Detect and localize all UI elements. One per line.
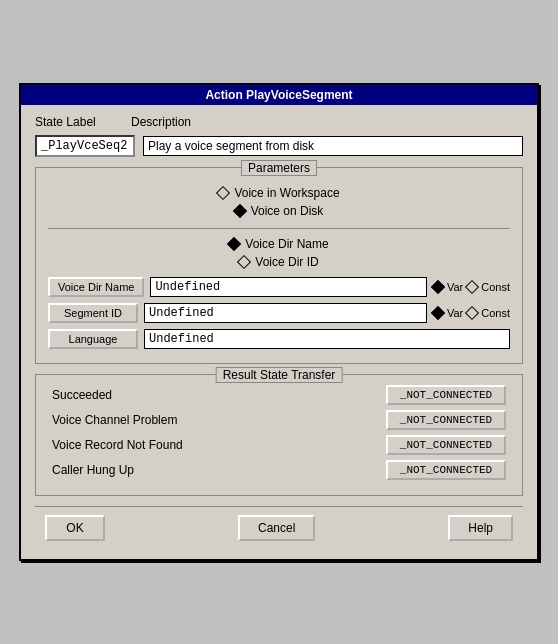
var-label-1: Var bbox=[447, 281, 463, 293]
diamond-empty-icon2 bbox=[237, 255, 251, 269]
segment-id-input[interactable] bbox=[144, 303, 427, 323]
result-row-voice-channel: Voice Channel Problem _NOT_CONNECTED bbox=[52, 410, 506, 430]
voice-dir-radio-group: Voice Dir Name Voice Dir ID bbox=[48, 237, 510, 269]
diamond-var-icon2 bbox=[431, 306, 445, 320]
diamond-filled-icon2 bbox=[227, 237, 241, 251]
diamond-empty-icon bbox=[216, 186, 230, 200]
language-row: Language bbox=[48, 329, 510, 349]
radio-voice-dir-id[interactable]: Voice Dir ID bbox=[239, 255, 318, 269]
const-label-1: Const bbox=[481, 281, 510, 293]
const-label-2: Const bbox=[481, 307, 510, 319]
description-input[interactable] bbox=[143, 136, 523, 156]
voice-record-label: Voice Record Not Found bbox=[52, 438, 212, 452]
header-row: State Label Description bbox=[35, 115, 523, 129]
parameters-legend: Parameters bbox=[241, 160, 317, 176]
result-legend: Result State Transfer bbox=[216, 367, 343, 383]
caller-hung-label: Caller Hung Up bbox=[52, 463, 212, 477]
var-const-2: Var Const bbox=[433, 307, 510, 319]
caller-hung-button[interactable]: _NOT_CONNECTED bbox=[386, 460, 506, 480]
voice-dir-id-radio-label: Voice Dir ID bbox=[255, 255, 318, 269]
var-const-1: Var Const bbox=[433, 281, 510, 293]
segment-id-row: Segment ID Var Const bbox=[48, 303, 510, 323]
voice-dir-name-input[interactable] bbox=[150, 277, 427, 297]
succeeded-label: Succeeded bbox=[52, 388, 212, 402]
diamond-const-icon2 bbox=[465, 306, 479, 320]
voice-on-disk-label: Voice on Disk bbox=[251, 204, 324, 218]
voice-record-button[interactable]: _NOT_CONNECTED bbox=[386, 435, 506, 455]
help-button[interactable]: Help bbox=[448, 515, 513, 541]
segment-id-button[interactable]: Segment ID bbox=[48, 303, 138, 323]
window-title: Action PlayVoiceSegment bbox=[205, 88, 352, 102]
result-box: Result State Transfer Succeeded _NOT_CON… bbox=[35, 374, 523, 496]
form-fields: Voice Dir Name Var Const Segment ID bbox=[48, 277, 510, 349]
state-label-label: State Label bbox=[35, 115, 115, 129]
cancel-button[interactable]: Cancel bbox=[238, 515, 315, 541]
diamond-filled-icon bbox=[233, 204, 247, 218]
result-row-voice-record: Voice Record Not Found _NOT_CONNECTED bbox=[52, 435, 506, 455]
radio-voice-on-disk[interactable]: Voice on Disk bbox=[235, 204, 324, 218]
header-inputs bbox=[35, 135, 523, 157]
voice-dir-name-row: Voice Dir Name Var Const bbox=[48, 277, 510, 297]
title-bar: Action PlayVoiceSegment bbox=[21, 85, 537, 105]
state-label-input[interactable] bbox=[35, 135, 135, 157]
main-window: Action PlayVoiceSegment State Label Desc… bbox=[19, 83, 539, 561]
voice-dir-name-radio-label: Voice Dir Name bbox=[245, 237, 328, 251]
voice-source-radio-group: Voice in Workspace Voice on Disk bbox=[48, 186, 510, 218]
succeeded-button[interactable]: _NOT_CONNECTED bbox=[386, 385, 506, 405]
diamond-const-icon bbox=[465, 280, 479, 294]
voice-channel-button[interactable]: _NOT_CONNECTED bbox=[386, 410, 506, 430]
voice-in-workspace-label: Voice in Workspace bbox=[234, 186, 339, 200]
parameters-box: Parameters Voice in Workspace Voice on D… bbox=[35, 167, 523, 364]
description-label: Description bbox=[131, 115, 211, 129]
voice-dir-name-button[interactable]: Voice Dir Name bbox=[48, 277, 144, 297]
result-row-succeeded: Succeeded _NOT_CONNECTED bbox=[52, 385, 506, 405]
language-button[interactable]: Language bbox=[48, 329, 138, 349]
result-row-caller-hung: Caller Hung Up _NOT_CONNECTED bbox=[52, 460, 506, 480]
voice-channel-label: Voice Channel Problem bbox=[52, 413, 212, 427]
radio-voice-dir-name[interactable]: Voice Dir Name bbox=[229, 237, 328, 251]
diamond-var-icon bbox=[431, 280, 445, 294]
ok-button[interactable]: OK bbox=[45, 515, 105, 541]
radio-voice-in-workspace[interactable]: Voice in Workspace bbox=[218, 186, 339, 200]
language-input[interactable] bbox=[144, 329, 510, 349]
bottom-buttons: OK Cancel Help bbox=[35, 506, 523, 549]
var-label-2: Var bbox=[447, 307, 463, 319]
params-divider bbox=[48, 228, 510, 229]
